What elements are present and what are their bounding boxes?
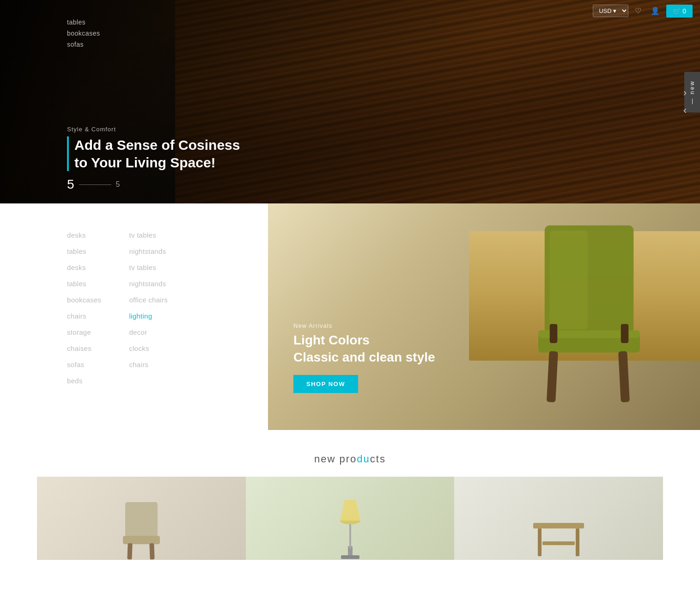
new-products-accent: du xyxy=(357,453,370,465)
menu-chairs-2[interactable]: chairs xyxy=(129,361,168,368)
cart-icon: 🛒 xyxy=(673,7,681,15)
slide-indicators: 5 5 xyxy=(67,177,120,192)
hero-nav-sofas[interactable]: sofas xyxy=(67,41,100,48)
menu-sofas[interactable]: sofas xyxy=(67,361,101,368)
promo-title-line1: Light Colors xyxy=(293,333,370,347)
svg-rect-20 xyxy=(542,541,575,545)
category-menu: desks tables desks tables bookcases chai… xyxy=(0,203,268,430)
hero-navigation: tables bookcases sofas xyxy=(67,18,100,48)
menu-chaises[interactable]: chaises xyxy=(67,344,101,352)
currency-selector[interactable]: USD ▾ EUR ▾ GBP ▾ xyxy=(593,5,628,17)
svg-rect-1 xyxy=(550,231,588,329)
menu-lighting[interactable]: lighting xyxy=(129,312,168,320)
hero-content: Style & Comfort Add a Sense of Cosiness … xyxy=(67,126,240,171)
svg-marker-16 xyxy=(340,500,360,521)
menu-col-1: desks tables desks tables bookcases chai… xyxy=(67,231,101,385)
menu-office-chairs[interactable]: office chairs xyxy=(129,296,168,304)
hero-nav-bookcases[interactable]: bookcases xyxy=(67,30,100,37)
shop-now-button[interactable]: SHOP NOW xyxy=(293,375,358,393)
menu-tv-tables-2[interactable]: tv tables xyxy=(129,264,168,271)
hero-subtitle: Style & Comfort xyxy=(67,126,240,133)
slide-total: 5 xyxy=(116,180,120,189)
menu-bookcases[interactable]: bookcases xyxy=(67,296,101,304)
svg-rect-14 xyxy=(349,523,351,548)
menu-nightstands-2[interactable]: nightstands xyxy=(129,280,168,288)
product-card-3-image xyxy=(531,509,586,560)
promo-title: Light Colors Classic and clean style xyxy=(293,332,435,366)
account-button[interactable]: 👤 xyxy=(648,4,663,18)
menu-desks-2[interactable]: desks xyxy=(67,264,101,271)
svg-rect-19 xyxy=(576,528,579,556)
promo-title-line2: Classic and clean style xyxy=(293,350,435,364)
hero-overlay xyxy=(0,0,700,203)
chair-decoration xyxy=(515,213,663,416)
next-slide-button[interactable]: › xyxy=(682,86,688,100)
svg-rect-17 xyxy=(533,523,584,528)
menu-chairs-1[interactable]: chairs xyxy=(67,312,101,320)
hero-nav-tables[interactable]: tables xyxy=(67,18,100,26)
cart-button[interactable]: 🛒 0 xyxy=(666,5,693,18)
svg-rect-8 xyxy=(125,502,158,537)
slide-line xyxy=(79,184,111,185)
prev-slide-button[interactable]: ‹ xyxy=(682,104,688,117)
hero-title: Add a Sense of Cosiness to Your Living S… xyxy=(67,136,240,171)
menu-tables-2[interactable]: tables xyxy=(67,280,101,288)
menu-tv-tables-1[interactable]: tv tables xyxy=(129,231,168,239)
product-card-1[interactable] xyxy=(37,477,246,560)
menu-nightstands-1[interactable]: nightstands xyxy=(129,247,168,255)
svg-rect-9 xyxy=(123,536,160,544)
promo-content: New Arrivals Light Colors Classic and cl… xyxy=(293,322,435,393)
menu-clocks[interactable]: clocks xyxy=(129,344,168,352)
menu-beds[interactable]: beds xyxy=(67,377,101,385)
top-bar: USD ▾ EUR ▾ GBP ▾ ♡ 👤 🛒 0 xyxy=(585,0,700,22)
menu-col-2: tv tables nightstands tv tables nightsta… xyxy=(129,231,168,385)
products-row xyxy=(0,477,700,560)
promo-label: New Arrivals xyxy=(293,322,435,329)
menu-tables-1[interactable]: tables xyxy=(67,247,101,255)
menu-decor[interactable]: decor xyxy=(129,328,168,336)
svg-rect-11 xyxy=(149,543,154,559)
svg-rect-18 xyxy=(538,528,542,556)
wishlist-button[interactable]: ♡ xyxy=(632,4,644,18)
hero-title-line1: Add a Sense of Cosiness xyxy=(74,136,240,154)
svg-rect-5 xyxy=(618,351,630,402)
svg-rect-4 xyxy=(547,351,558,402)
cart-count: 0 xyxy=(682,7,686,15)
menu-columns: desks tables desks tables bookcases chai… xyxy=(67,231,254,385)
menu-desks-1[interactable]: desks xyxy=(67,231,101,239)
svg-rect-6 xyxy=(550,324,558,343)
new-products-section: new products xyxy=(0,430,700,574)
promo-banner: New Arrivals Light Colors Classic and cl… xyxy=(268,203,700,430)
slide-current: 5 xyxy=(67,177,74,192)
hero-title-line2: to Your Living Space! xyxy=(74,154,240,172)
product-card-3[interactable] xyxy=(454,477,663,560)
svg-rect-13 xyxy=(341,555,359,559)
new-products-title: new products xyxy=(0,453,700,465)
menu-storage[interactable]: storage xyxy=(67,328,101,336)
arrow-navigation: › ‹ xyxy=(682,86,688,117)
svg-rect-7 xyxy=(621,324,629,343)
product-card-2[interactable] xyxy=(246,477,455,560)
main-section: desks tables desks tables bookcases chai… xyxy=(0,203,700,430)
product-card-1-image xyxy=(121,500,162,560)
svg-rect-10 xyxy=(127,543,132,559)
product-card-2-image xyxy=(336,495,364,560)
hero-section: USD ▾ EUR ▾ GBP ▾ ♡ 👤 🛒 0 tables bookcas… xyxy=(0,0,700,203)
